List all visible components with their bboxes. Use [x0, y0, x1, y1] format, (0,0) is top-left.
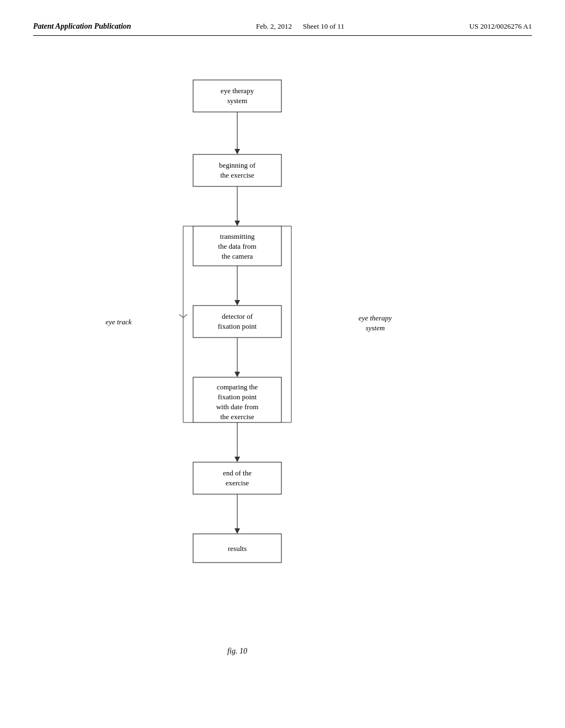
svg-text:system: system: [227, 97, 247, 105]
svg-text:detector of: detector of: [222, 312, 253, 320]
svg-text:fixation point: fixation point: [218, 393, 257, 401]
svg-marker-20: [234, 372, 240, 377]
svg-text:end of the: end of the: [223, 469, 252, 477]
svg-marker-15: [234, 300, 240, 306]
svg-text:beginning of: beginning of: [219, 161, 256, 169]
header-center-info: Feb. 2, 2012 Sheet 10 of 11: [256, 22, 344, 31]
svg-text:eye track: eye track: [105, 318, 132, 326]
svg-rect-0: [193, 80, 281, 112]
svg-text:comparing the: comparing the: [217, 383, 258, 391]
svg-text:the exercise: the exercise: [220, 413, 254, 421]
svg-line-38: [179, 314, 183, 318]
svg-marker-9: [234, 221, 240, 226]
header-patent-number: US 2012/0026276 A1: [470, 22, 532, 31]
svg-text:system: system: [366, 324, 385, 332]
svg-text:results: results: [228, 544, 247, 553]
svg-text:fig. 10: fig. 10: [227, 647, 247, 655]
page: Patent Application Publication Feb. 2, 2…: [0, 0, 565, 728]
svg-text:the camera: the camera: [222, 252, 253, 260]
svg-text:eye therapy: eye therapy: [359, 314, 392, 322]
svg-text:the exercise: the exercise: [220, 171, 254, 179]
header-date: Feb. 2, 2012: [256, 22, 292, 31]
header-sheet: Sheet 10 of 11: [303, 22, 344, 31]
svg-rect-16: [193, 306, 281, 338]
page-header: Patent Application Publication Feb. 2, 2…: [33, 22, 532, 36]
svg-marker-27: [234, 457, 240, 462]
svg-line-39: [183, 314, 187, 318]
svg-text:exercise: exercise: [226, 479, 249, 487]
svg-rect-28: [193, 462, 281, 494]
diagram-area: eye therapy system beginning of the exer…: [33, 58, 532, 692]
svg-marker-4: [234, 149, 240, 154]
svg-marker-32: [234, 528, 240, 534]
svg-text:fixation point: fixation point: [218, 322, 257, 330]
svg-text:eye therapy: eye therapy: [221, 87, 254, 95]
svg-rect-5: [193, 154, 281, 186]
svg-text:with date from: with date from: [216, 403, 259, 411]
svg-text:the data from: the data from: [218, 242, 256, 250]
svg-text:transmitting: transmitting: [220, 232, 255, 240]
header-publication-type: Patent Application Publication: [33, 22, 131, 31]
